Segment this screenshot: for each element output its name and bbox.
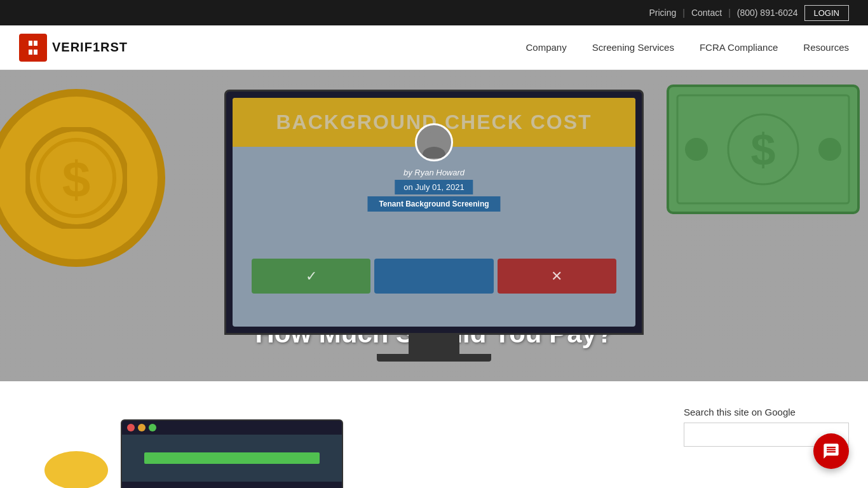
monitor-stand (409, 335, 459, 354)
main-content (19, 407, 658, 488)
nav-screening-services[interactable]: Screening Services (592, 42, 674, 53)
phone-link[interactable]: (800) 891-6024 (737, 8, 798, 18)
mini-monitor (121, 419, 343, 488)
author-avatar (415, 123, 453, 161)
login-button[interactable]: LOGIN (804, 5, 849, 21)
pricing-link[interactable]: Pricing (649, 8, 676, 18)
illustration-area (19, 407, 658, 488)
coin-decoration: $ (0, 89, 165, 267)
svg-point-11 (685, 138, 708, 161)
author-name: by Ryan Howard (395, 168, 473, 177)
nav-resources[interactable]: Resources (803, 42, 849, 53)
search-label: Search this site on Google (684, 407, 849, 417)
separator-1: | (682, 8, 685, 18)
money-decoration: $ (665, 83, 862, 219)
svg-point-13 (426, 132, 442, 147)
nav-links: Company Screening Services FCRA Complian… (526, 42, 849, 53)
logo-icon (19, 34, 47, 62)
content-area: Search this site on Google (0, 381, 868, 488)
article-tag: Tenant Background Screening (367, 196, 500, 212)
logo-text: VERIF1RST (52, 40, 128, 55)
separator-2: | (728, 8, 731, 18)
main-nav: VERIF1RST Company Screening Services FCR… (0, 25, 868, 70)
traffic-light-yellow (138, 424, 146, 431)
top-bar: Pricing | Contact | (800) 891-6024 LOGIN (0, 0, 868, 25)
traffic-light-green (149, 424, 156, 431)
traffic-lights (122, 421, 342, 435)
monitor-base (377, 354, 491, 362)
svg-text:$: $ (62, 151, 91, 208)
nav-fcra-compliance[interactable]: FCRA Compliance (700, 42, 778, 53)
mini-screen-inner (122, 435, 342, 482)
chat-icon (822, 442, 840, 460)
progress-bar (144, 452, 320, 464)
author-info: by Ryan Howard on July 01, 2021 (395, 168, 473, 194)
nav-company[interactable]: Company (526, 42, 566, 53)
svg-point-14 (423, 147, 445, 158)
x-box: ✕ (498, 259, 616, 294)
monitor-wrap: BACKGROUND CHECK COST by Ryan Howard on … (224, 90, 644, 362)
traffic-light-red (127, 424, 135, 431)
chat-bubble[interactable] (813, 433, 849, 469)
author-date: on July 01, 2021 (395, 180, 473, 194)
logo-link[interactable]: VERIF1RST (19, 34, 128, 62)
contact-link[interactable]: Contact (691, 8, 722, 18)
svg-point-12 (818, 138, 841, 161)
mini-screen (121, 419, 343, 488)
svg-rect-3 (29, 46, 37, 50)
monitor-screen: BACKGROUND CHECK COST by Ryan Howard on … (233, 98, 635, 327)
hero-section: $ $ BACKGROUND CHECK COST (0, 70, 868, 381)
screen-row: ✓ ✕ (233, 255, 635, 297)
monitor: BACKGROUND CHECK COST by Ryan Howard on … (224, 90, 644, 335)
svg-text:$: $ (751, 125, 776, 175)
yellow-blob (44, 451, 108, 488)
check-box: ✓ (252, 259, 370, 294)
coin-circle: $ (0, 89, 165, 267)
center-box (374, 259, 493, 294)
